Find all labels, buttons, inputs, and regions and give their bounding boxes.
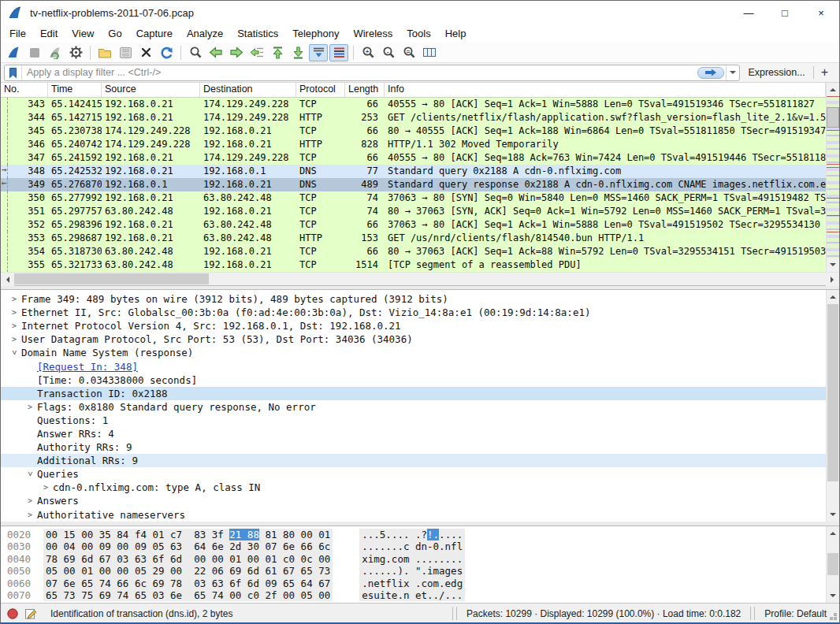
expander-closed-icon[interactable]: > bbox=[7, 295, 21, 303]
menu-item-statistics[interactable]: Statistics bbox=[230, 26, 285, 41]
detail-row-5[interactable]: [Request In: 348] bbox=[1, 359, 826, 373]
close-file-icon[interactable] bbox=[136, 44, 155, 61]
find-packet-icon[interactable] bbox=[186, 44, 205, 61]
detail-row-3[interactable]: >User Datagram Protocol, Src Port: 53 (5… bbox=[1, 332, 826, 346]
go-back-icon[interactable] bbox=[206, 44, 225, 61]
filter-bookmark-button[interactable] bbox=[5, 65, 22, 80]
packet-row-354[interactable]: 35465.31873063.80.242.48192.168.0.21TCP6… bbox=[1, 245, 826, 258]
detail-row-13[interactable]: >Queries bbox=[1, 467, 826, 481]
hex-row-0050[interactable]: 005005 00 01 00 00 05 29 00 22 06 69 6d … bbox=[7, 565, 826, 577]
zoom-normal-icon[interactable]: = bbox=[400, 44, 418, 61]
hex-row-0070[interactable]: 007065 73 75 69 74 65 03 6e 65 74 00 c0 … bbox=[7, 589, 826, 601]
detail-row-12[interactable]: Additional RRs: 9 bbox=[1, 454, 826, 467]
ascii-bytes[interactable]: .......c dn-0.nfl bbox=[359, 540, 465, 552]
scroll-up-button[interactable] bbox=[827, 526, 839, 540]
scroll-right-button[interactable] bbox=[826, 273, 839, 286]
column-header-length[interactable]: Length bbox=[345, 83, 385, 97]
display-filter-input[interactable] bbox=[22, 67, 697, 78]
menu-item-edit[interactable]: Edit bbox=[33, 26, 65, 41]
column-header-time[interactable]: Time bbox=[48, 83, 102, 97]
resize-columns-icon[interactable] bbox=[420, 44, 439, 61]
packet-row-348[interactable]: 348→65.242532192.168.0.21192.168.0.1DNS7… bbox=[1, 165, 826, 178]
detail-row-10[interactable]: Answer RRs: 4 bbox=[1, 427, 826, 440]
scroll-up-button[interactable] bbox=[827, 83, 839, 96]
hex-bytes[interactable]: 00 04 00 09 00 09 05 63 64 6e 2d 30 07 6… bbox=[43, 540, 333, 552]
add-filter-button[interactable]: + bbox=[814, 65, 836, 80]
restart-capture-icon[interactable] bbox=[46, 44, 65, 61]
hex-row-0040[interactable]: 004078 69 6d 67 03 63 6f 6d 00 00 01 00 … bbox=[7, 553, 826, 565]
detail-link[interactable]: [Request In: 348] bbox=[37, 361, 138, 373]
detail-row-4[interactable]: >Domain Name System (response) bbox=[1, 346, 826, 359]
detail-row-2[interactable]: >Internet Protocol Version 4, Src: 192.1… bbox=[1, 319, 826, 332]
scrollbar-thumb[interactable] bbox=[827, 553, 838, 575]
hex-row-0060[interactable]: 006007 6e 65 74 66 6c 69 78 03 63 6f 6d … bbox=[7, 578, 826, 589]
menu-item-file[interactable]: File bbox=[2, 26, 33, 41]
packet-list-scrollbar[interactable] bbox=[826, 83, 839, 272]
menu-item-go[interactable]: Go bbox=[101, 26, 128, 41]
hex-bytes[interactable]: 00 15 00 35 84 f4 01 c7 83 3f 21 88 81 8… bbox=[43, 529, 333, 540]
zoom-out-icon[interactable]: - bbox=[379, 44, 398, 61]
packet-row-355[interactable]: 35565.32173363.80.242.48192.168.0.21TCP1… bbox=[1, 258, 826, 272]
ascii-bytes[interactable]: ...5.... .?!..... bbox=[359, 529, 465, 540]
packet-row-343[interactable]: 34365.142415192.168.0.21174.129.249.228T… bbox=[1, 98, 826, 111]
scrollbar-thumb[interactable] bbox=[827, 107, 839, 128]
open-file-icon[interactable] bbox=[95, 44, 114, 61]
detail-row-0[interactable]: >Frame 349: 489 bytes on wire (3912 bits… bbox=[1, 292, 826, 306]
expander-closed-icon[interactable]: > bbox=[7, 308, 21, 317]
detail-row-7[interactable]: Transaction ID: 0x2188 bbox=[1, 387, 826, 400]
go-to-packet-icon[interactable] bbox=[247, 44, 266, 61]
menu-item-capture[interactable]: Capture bbox=[129, 26, 180, 41]
go-last-icon[interactable] bbox=[288, 44, 307, 61]
scroll-down-button[interactable] bbox=[827, 589, 839, 603]
apply-filter-button[interactable] bbox=[697, 67, 724, 79]
packet-row-350[interactable]: 35065.277992192.168.0.2163.80.242.48TCP7… bbox=[1, 191, 826, 205]
zoom-in-icon[interactable]: + bbox=[359, 44, 377, 61]
ascii-bytes[interactable]: .netflix .com.edg bbox=[359, 578, 465, 589]
packet-row-347[interactable]: 34765.241592192.168.0.21174.129.249.228T… bbox=[1, 151, 826, 165]
minimize-button[interactable]: — bbox=[730, 1, 767, 24]
expander-closed-icon[interactable]: > bbox=[39, 483, 53, 492]
packet-row-352[interactable]: 35265.298396192.168.0.2163.80.242.48TCP6… bbox=[1, 218, 826, 232]
hex-bytes[interactable]: 07 6e 65 74 66 6c 69 78 03 63 6f 6d 09 6… bbox=[43, 578, 333, 589]
packet-row-353[interactable]: 35365.298687192.168.0.2163.80.242.48HTTP… bbox=[1, 232, 826, 245]
packet-row-346[interactable]: 34665.240742174.129.249.228192.168.0.21H… bbox=[1, 138, 826, 151]
menu-item-tools[interactable]: Tools bbox=[400, 26, 437, 41]
expander-closed-icon[interactable]: > bbox=[23, 403, 37, 411]
scroll-down-button[interactable] bbox=[827, 258, 839, 272]
scroll-left-button[interactable] bbox=[1, 273, 14, 286]
ascii-bytes[interactable]: ......). ".images bbox=[359, 565, 465, 577]
packet-list-hscrollbar[interactable] bbox=[1, 272, 839, 285]
detail-row-6[interactable]: [Time: 0.034338000 seconds] bbox=[1, 373, 826, 387]
filter-history-dropdown[interactable] bbox=[726, 65, 739, 80]
resize-grip[interactable] bbox=[834, 613, 837, 616]
auto-scroll-icon[interactable] bbox=[309, 44, 328, 61]
save-file-icon[interactable]: 010 bbox=[116, 44, 135, 61]
expander-closed-icon[interactable]: > bbox=[23, 496, 37, 505]
expression-button[interactable]: Expression... bbox=[740, 67, 812, 78]
expander-closed-icon[interactable]: > bbox=[23, 511, 37, 519]
column-header-protocol[interactable]: Protocol bbox=[296, 83, 345, 97]
column-header-source[interactable]: Source bbox=[102, 83, 200, 97]
close-button[interactable]: × bbox=[803, 1, 839, 24]
ascii-bytes[interactable]: esuite.n et../... bbox=[359, 589, 465, 601]
detail-row-14[interactable]: >cdn-0.nflximg.com: type A, class IN bbox=[1, 481, 826, 494]
hscrollbar-thumb[interactable] bbox=[14, 273, 209, 284]
hex-bytes[interactable]: 05 00 01 00 00 05 29 00 22 06 69 6d 61 6… bbox=[43, 565, 333, 577]
menu-item-help[interactable]: Help bbox=[438, 26, 474, 41]
packet-row-345[interactable]: 34565.230738174.129.249.228192.168.0.21T… bbox=[1, 124, 826, 138]
go-first-icon[interactable] bbox=[268, 44, 287, 61]
packet-row-344[interactable]: 34465.142715192.168.0.21174.129.249.228H… bbox=[1, 111, 826, 124]
packet-row-351[interactable]: 35165.29775763.80.242.48192.168.0.21TCP7… bbox=[1, 205, 826, 218]
maximize-button[interactable]: □ bbox=[767, 1, 803, 24]
go-forward-icon[interactable] bbox=[227, 44, 246, 61]
detail-row-9[interactable]: Questions: 1 bbox=[1, 414, 826, 427]
expander-open-icon[interactable]: > bbox=[10, 346, 19, 360]
column-header-no[interactable]: No. bbox=[1, 83, 48, 97]
scroll-up-button[interactable] bbox=[827, 290, 839, 303]
stop-capture-icon[interactable] bbox=[25, 44, 44, 61]
reload-file-icon[interactable] bbox=[157, 44, 176, 61]
expander-closed-icon[interactable]: > bbox=[7, 335, 21, 344]
hex-bytes[interactable]: 78 69 6d 67 03 63 6f 6d 00 00 01 00 01 c… bbox=[43, 553, 333, 565]
column-header-info[interactable]: Info bbox=[385, 83, 826, 97]
expander-closed-icon[interactable]: > bbox=[7, 321, 21, 330]
